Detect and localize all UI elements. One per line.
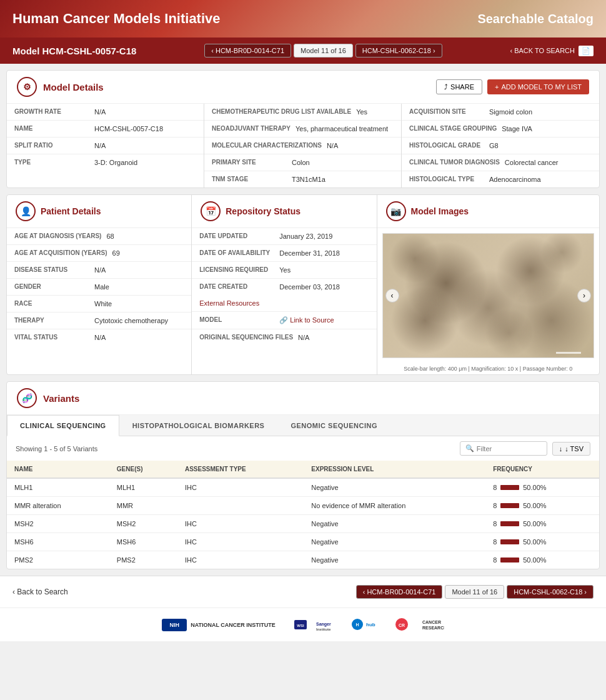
frequency-bar [500,485,519,490]
tsv-download-button[interactable]: ↓ ↓ TSV [552,442,590,456]
patient-rows: AGE AT DIAGNOSIS (YEARS) 68 AGE AT ACQUI… [7,228,191,346]
table-row: MLH1 MLH1 IHC Negative 8 50.00% [7,478,599,497]
patient-repo-images-section: 👤 Patient Details AGE AT DIAGNOSIS (YEAR… [6,194,600,375]
detail-row: DATE OF AVAILABILITY December 31, 2018 [192,245,376,262]
filter-search-icon: 🔍 [465,444,474,452]
external-resources-row: External Resources [192,295,376,312]
detail-row: DISEASE STATUS N/A [7,262,191,279]
catalog-title: Searchable Catalog [477,12,594,26]
back-search-label[interactable]: ‹ BACK TO SEARCH [510,47,575,54]
camera-icon: 📷 [386,201,406,221]
filter-input[interactable] [477,445,545,452]
nih-logo: NIH NATIONAL CANCER INSTITUTE [162,619,276,631]
details-col-1: GROWTH RATE N/A NAME HCM-CSHL-0057-C18 S… [7,104,204,188]
detail-row: TYPE 3-D: Organoid [7,154,204,171]
detail-row: AGE AT DIAGNOSIS (YEARS) 68 [7,228,191,245]
tab-histopathological-biomarkers[interactable]: HISTOPATHOLOGICAL BIOMARKERS [119,415,278,436]
col-assessment: ASSESSMENT TYPE [177,461,304,478]
table-row: MMR alteration MMR No evidence of MMR al… [7,497,599,515]
detail-row: VITAL STATUS N/A [7,329,191,346]
sanger-logo: WSI Sanger Institute [294,617,332,632]
frequency-bar [500,521,519,526]
cruk-svg: CR CANCER RESEARCH UK [394,617,444,632]
detail-row: NAME HCM-CSHL-0057-C18 [7,121,204,138]
detail-row: PRIMARY SITE Colon [204,154,401,171]
page-header: Human Cancer Models Initiative Searchabl… [0,0,606,38]
model-details-title: ⚙ Model Details [17,77,104,97]
repository-status-header: 📅 Repository Status [192,195,376,228]
model-bar: Model HCM-CSHL-0057-C18 ‹ HCM-BR0D-0014-… [0,38,606,64]
svg-text:H: H [355,622,359,627]
model-details-header: ⚙ Model Details ⤴ SHARE + ADD MODEL TO M… [7,71,599,104]
repo-rows: DATE UPDATED January 23, 2019 DATE OF AV… [192,228,376,295]
footer-model-count-button[interactable]: Model 11 of 16 [445,585,504,599]
sanger-svg: WSI Sanger Institute [294,617,332,632]
filter-input-container: 🔍 [460,441,547,456]
col-frequency: FREQUENCY [485,461,599,478]
table-row: MSH2 MSH2 IHC Negative 8 50.00% [7,515,599,533]
back-to-search[interactable]: ‹ BACK TO SEARCH 📄 [510,46,594,56]
source-link[interactable]: 🔗 Link to Source [279,316,334,324]
details-col-3: ACQUISITION SITE Sigmoid colon CLINICAL … [402,104,599,188]
document-icon: 📄 [579,46,594,56]
model-id: Model HCM-CSHL-0057-C18 [12,46,136,56]
model-count-button[interactable]: Model 11 of 16 [294,44,353,58]
model-image [383,234,594,358]
footer-prev-model-button[interactable]: ‹ HCM-BR0D-0014-C71 [356,585,443,599]
frequency-bar [500,539,519,544]
svg-text:WSI: WSI [297,624,304,628]
detail-row: DATE UPDATED January 23, 2019 [192,228,376,245]
model-image-container: ‹ › [382,233,595,358]
add-model-button[interactable]: + ADD MODEL TO MY LIST [487,79,589,94]
patient-details-header: 👤 Patient Details [7,195,191,228]
patient-icon: 👤 [16,201,36,221]
footer-model-nav: ‹ HCM-BR0D-0014-C71 Model 11 of 16 HCM-C… [356,585,594,599]
scale-bar [556,352,581,354]
detail-row: ACQUISITION SITE Sigmoid colon [402,104,599,121]
image-prev-button[interactable]: ‹ [385,289,399,302]
svg-text:CANCER: CANCER [422,620,441,624]
svg-text:Sanger: Sanger [316,622,331,627]
model-link-row: MODEL 🔗 Link to Source [192,312,376,329]
variants-tabs: CLINICAL SEQUENCING HISTOPATHOLOGICAL BI… [7,415,599,436]
prev-model-button[interactable]: ‹ HCM-BR0D-0014-C71 [204,44,291,58]
download-icon: ↓ [559,445,563,452]
col-name: NAME [7,461,109,478]
variants-title: 🧬 Variants [17,388,79,408]
next-model-button[interactable]: HCM-CSHL-0062-C18 › [355,44,442,58]
logos-footer: NIH NATIONAL CANCER INSTITUTE WSI Sanger… [0,608,606,641]
three-panel: 👤 Patient Details AGE AT DIAGNOSIS (YEAR… [7,195,599,374]
model-navigation: ‹ HCM-BR0D-0014-C71 Model 11 of 16 HCM-C… [204,44,442,58]
tab-genomic-sequencing[interactable]: GENOMIC SEQUENCING [277,415,390,436]
footer-next-model-button[interactable]: HCM-CSHL-0062-C18 › [507,585,594,599]
table-row: MSH6 MSH6 IHC Negative 8 50.00% [7,533,599,551]
details-col-2: CHEMOTHERAPEUTIC DRUG LIST AVAILABLE Yes… [204,104,402,188]
variants-table-header: NAME GENE(S) ASSESSMENT TYPE EXPRESSION … [7,461,599,478]
detail-row: TNM STAGE T3N1cM1a [204,171,401,188]
model-details-section: ⚙ Model Details ⤴ SHARE + ADD MODEL TO M… [6,70,600,188]
tab-clinical-sequencing[interactable]: CLINICAL SEQUENCING [7,415,119,436]
model-details-grid: GROWTH RATE N/A NAME HCM-CSHL-0057-C18 S… [7,104,599,188]
variants-count: Showing 1 - 5 of 5 Variants [16,445,97,452]
col-genes: GENE(S) [109,461,177,478]
repository-status-panel: 📅 Repository Status DATE UPDATED January… [192,195,377,374]
hub-logo: H hub [350,617,375,632]
share-button[interactable]: ⤴ SHARE [436,79,482,94]
model-details-actions: ⤴ SHARE + ADD MODEL TO MY LIST [436,79,589,94]
model-images-panel: 📷 Model Images ‹ › Scale-bar length: 400… [377,195,600,374]
variants-table: NAME GENE(S) ASSESSMENT TYPE EXPRESSION … [7,461,599,569]
variants-section: 🧬 Variants CLINICAL SEQUENCING HISTOPATH… [6,381,600,569]
cruk-logo: CR CANCER RESEARCH UK [394,617,444,632]
footer-nav: ‹ Back to Search ‹ HCM-BR0D-0014-C71 Mod… [0,576,606,608]
detail-row: RACE White [7,296,191,312]
dna-icon: 🧬 [17,388,37,408]
detail-row: CLINICAL STAGE GROUPING Stage IVA [402,121,599,138]
detail-row: THERAPY Cytotoxic chemotherapy [7,312,191,329]
image-next-button[interactable]: › [577,289,591,302]
footer-back-link[interactable]: ‹ Back to Search [12,588,68,596]
detail-row: DATE CREATED December 03, 2018 [192,279,376,295]
detail-row: MOLECULAR CHARACTERIZATIONS N/A [204,138,401,154]
external-resources-link[interactable]: External Resources [199,299,259,307]
model-images-header: 📷 Model Images [377,195,600,228]
detail-row: HISTOLOGICAL TYPE Adenocarcinoma [402,171,599,188]
